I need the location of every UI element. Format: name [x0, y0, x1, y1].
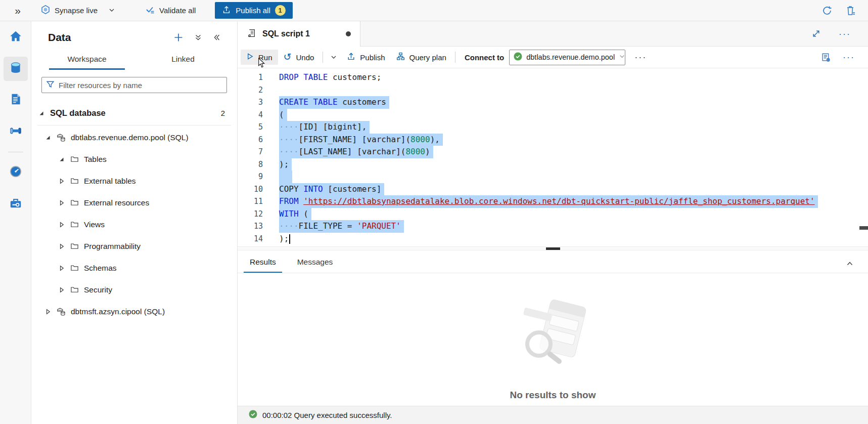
- code-line-4[interactable]: 4(: [238, 109, 868, 121]
- code-line-9[interactable]: 9: [238, 171, 868, 183]
- nav-integrate-button[interactable]: [4, 119, 28, 144]
- tree-item-dbtmsft-azsyn-cipool-sql[interactable]: dbtmsft.azsyn.cipool (SQL): [31, 301, 237, 322]
- code-line-3[interactable]: 3CREATE TABLE customers: [238, 96, 868, 109]
- line-number: 11: [238, 195, 263, 208]
- code-line-8[interactable]: 8);: [238, 158, 868, 171]
- code-line-12[interactable]: 12WITH (: [238, 208, 868, 221]
- tree-item-external-tables[interactable]: External tables: [31, 170, 237, 192]
- undo-button[interactable]: ↺ Undo: [278, 50, 320, 65]
- publish-icon: [347, 52, 355, 62]
- code-line-5[interactable]: 5····[ID] [bigint],: [238, 121, 868, 134]
- tree-item-sql-database[interactable]: SQL database2: [31, 102, 237, 124]
- publish-upload-icon: [222, 5, 231, 16]
- code-line-content[interactable]: COPY INTO [customers]: [279, 183, 384, 196]
- properties-icon[interactable]: [820, 52, 832, 63]
- code-line-content[interactable]: (: [279, 109, 287, 121]
- code-line-14[interactable]: 14);: [238, 233, 868, 245]
- code-line-content[interactable]: ····[LAST_NAME] [varchar](8000): [279, 146, 433, 158]
- tree-item-dbtlabs-revenue-demo-pool-sql[interactable]: dbtlabs.revenue.demo.pool (SQL): [31, 126, 237, 148]
- line-number: 12: [238, 208, 263, 221]
- filter-resources-input[interactable]: [59, 81, 222, 90]
- code-line-content[interactable]: WITH (: [279, 208, 311, 221]
- code-line-10[interactable]: 10COPY INTO [customers]: [238, 183, 868, 196]
- code-line-content[interactable]: ····FILE_TYPE = 'PARQUET': [279, 220, 404, 233]
- code-line-content[interactable]: ····[FIRST_NAME] [varchar](8000),: [279, 134, 443, 146]
- tree-item-tables[interactable]: Tables: [31, 148, 237, 170]
- expand-menu-icon[interactable]: »: [0, 5, 35, 17]
- expand-twisty-icon[interactable]: [58, 178, 65, 184]
- expand-twisty-icon[interactable]: [58, 265, 65, 271]
- tree-item-schemas[interactable]: Schemas: [31, 257, 237, 279]
- connect-more-icon[interactable]: ···: [630, 55, 651, 60]
- expand-twisty-icon[interactable]: [58, 200, 65, 206]
- data-panel-tabs: Workspace Linked: [31, 48, 237, 70]
- code-line-content[interactable]: );: [279, 233, 290, 245]
- code-line-content[interactable]: DROP TABLE customers;: [279, 71, 381, 84]
- run-button[interactable]: Run: [241, 50, 278, 65]
- nav-manage-button[interactable]: [4, 192, 28, 216]
- data-panel-title: Data: [48, 31, 71, 44]
- tab-sql-script-1[interactable]: SQL script 1: [238, 21, 360, 47]
- code-line-content[interactable]: CREATE TABLE customers: [279, 96, 389, 109]
- nav-monitor-button[interactable]: [4, 160, 28, 185]
- code-line-11[interactable]: 11FROM 'https://dbtlabsynapsedatalake.bl…: [238, 195, 868, 208]
- results-splitter[interactable]: [238, 246, 868, 250]
- tree-item-programmability[interactable]: Programmability: [31, 235, 237, 257]
- run-options-chevron-icon[interactable]: [326, 51, 341, 64]
- tree-item-external-resources[interactable]: External resources: [31, 192, 237, 214]
- synapse-live-selector[interactable]: Synapse live: [35, 2, 120, 19]
- collapse-twisty-icon[interactable]: [44, 135, 52, 141]
- code-line-1[interactable]: 1DROP TABLE customers;: [238, 71, 868, 84]
- tab-results[interactable]: Results: [244, 256, 282, 273]
- publish-button[interactable]: Publish: [341, 49, 390, 65]
- pool-icon: [57, 133, 66, 142]
- code-line-13[interactable]: 13····FILE_TYPE = 'PARQUET': [238, 220, 868, 233]
- tree-item-security[interactable]: Security: [31, 279, 237, 301]
- expand-twisty-icon[interactable]: [58, 222, 65, 228]
- tab-bar-more-icon[interactable]: ···: [835, 31, 855, 36]
- collapse-twisty-icon[interactable]: [58, 156, 65, 162]
- document-tab-bar: SQL script 1 ···: [238, 21, 868, 47]
- tab-messages[interactable]: Messages: [291, 256, 339, 273]
- code-line-7[interactable]: 7····[LAST_NAME] [varchar](8000): [238, 146, 868, 158]
- undo-label: Undo: [296, 53, 314, 62]
- nav-develop-button[interactable]: [4, 88, 28, 112]
- code-line-content[interactable]: ····[ID] [bigint],: [279, 121, 370, 134]
- folder-icon: [70, 177, 79, 185]
- line-number: 9: [238, 171, 263, 183]
- connect-to-pool-dropdown[interactable]: dbtlabs.revenue.demo.pool: [509, 50, 625, 65]
- code-line-2[interactable]: 2: [238, 84, 868, 97]
- tab-linked[interactable]: Linked: [145, 55, 221, 70]
- tab-workspace[interactable]: Workspace: [49, 55, 125, 70]
- code-line-content[interactable]: FROM 'https://dbtlabsynapsedatalake.blob…: [279, 195, 818, 208]
- add-resource-icon[interactable]: [172, 31, 185, 44]
- code-line-6[interactable]: 6····[FIRST_NAME] [varchar](8000),: [238, 134, 868, 146]
- toolbar-more-icon[interactable]: ···: [839, 55, 859, 60]
- line-number: 6: [238, 134, 263, 146]
- code-line-content[interactable]: [279, 171, 292, 183]
- query-plan-button[interactable]: Query plan: [391, 49, 452, 65]
- publish-all-button[interactable]: Publish all 1: [215, 2, 292, 19]
- data-panel: Data Workspace Linked: [31, 21, 238, 424]
- collapse-panel-icon[interactable]: [212, 32, 222, 43]
- expand-twisty-icon[interactable]: [58, 287, 65, 293]
- expand-editor-icon[interactable]: [811, 28, 821, 39]
- validate-all-button[interactable]: Validate all: [140, 2, 201, 19]
- nav-home-button[interactable]: [4, 25, 28, 50]
- text-cursor: [289, 234, 290, 244]
- collapse-all-icon[interactable]: [193, 32, 203, 43]
- tree-item-views[interactable]: Views: [31, 214, 237, 235]
- splitter-drag-handle[interactable]: [546, 247, 560, 250]
- expand-twisty-icon[interactable]: [58, 243, 65, 249]
- expand-twisty-icon[interactable]: [44, 309, 52, 315]
- sql-code-editor[interactable]: 1DROP TABLE customers;23CREATE TABLE cus…: [238, 68, 868, 246]
- collapse-results-chevron-icon[interactable]: [844, 258, 856, 271]
- discard-trash-icon[interactable]: [845, 4, 857, 17]
- code-line-content[interactable]: );: [279, 158, 292, 171]
- toolbar-separator: [455, 52, 455, 63]
- nav-data-button[interactable]: [4, 57, 28, 81]
- query-plan-icon: [396, 52, 405, 62]
- refresh-icon[interactable]: [820, 4, 834, 17]
- collapse-twisty-icon[interactable]: [38, 110, 45, 116]
- toolbar-separator: [323, 52, 323, 63]
